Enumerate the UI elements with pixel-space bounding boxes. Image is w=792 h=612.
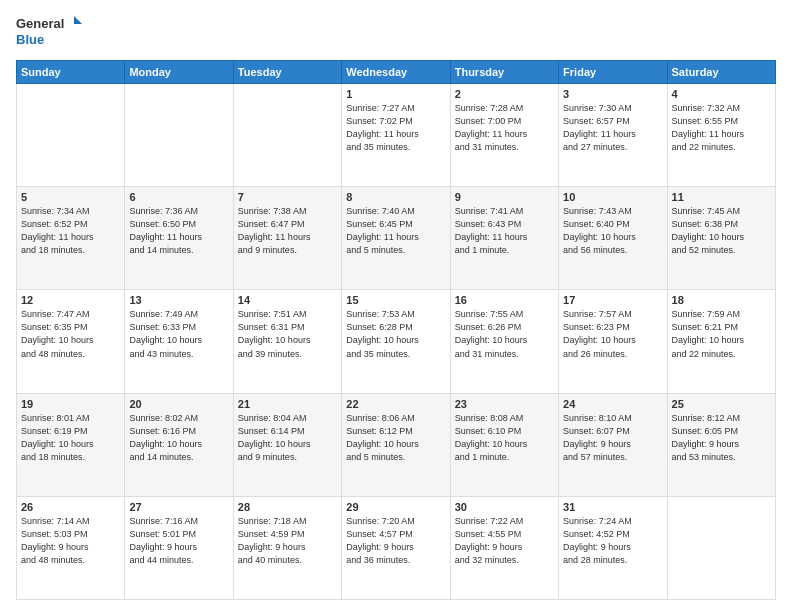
day-number: 29 [346,501,445,513]
day-cell: 12Sunrise: 7:47 AM Sunset: 6:35 PM Dayli… [17,290,125,393]
day-number: 25 [672,398,771,410]
page: General Blue SundayMondayTuesdayWednesda… [0,0,792,612]
day-cell: 28Sunrise: 7:18 AM Sunset: 4:59 PM Dayli… [233,496,341,599]
day-info: Sunrise: 8:06 AM Sunset: 6:12 PM Dayligh… [346,412,445,464]
weekday-header-friday: Friday [559,61,667,84]
day-cell: 31Sunrise: 7:24 AM Sunset: 4:52 PM Dayli… [559,496,667,599]
day-number: 12 [21,294,120,306]
day-cell: 2Sunrise: 7:28 AM Sunset: 7:00 PM Daylig… [450,84,558,187]
day-cell: 10Sunrise: 7:43 AM Sunset: 6:40 PM Dayli… [559,187,667,290]
day-number: 17 [563,294,662,306]
weekday-header-monday: Monday [125,61,233,84]
header: General Blue [16,12,776,52]
day-number: 1 [346,88,445,100]
weekday-header-tuesday: Tuesday [233,61,341,84]
day-number: 18 [672,294,771,306]
day-cell: 4Sunrise: 7:32 AM Sunset: 6:55 PM Daylig… [667,84,775,187]
day-cell [233,84,341,187]
week-row-5: 26Sunrise: 7:14 AM Sunset: 5:03 PM Dayli… [17,496,776,599]
svg-text:Blue: Blue [16,32,44,47]
day-number: 26 [21,501,120,513]
day-number: 11 [672,191,771,203]
day-info: Sunrise: 7:16 AM Sunset: 5:01 PM Dayligh… [129,515,228,567]
day-info: Sunrise: 8:10 AM Sunset: 6:07 PM Dayligh… [563,412,662,464]
day-info: Sunrise: 8:12 AM Sunset: 6:05 PM Dayligh… [672,412,771,464]
day-number: 23 [455,398,554,410]
day-info: Sunrise: 7:28 AM Sunset: 7:00 PM Dayligh… [455,102,554,154]
day-info: Sunrise: 7:47 AM Sunset: 6:35 PM Dayligh… [21,308,120,360]
svg-marker-1 [74,16,82,24]
day-info: Sunrise: 7:27 AM Sunset: 7:02 PM Dayligh… [346,102,445,154]
day-cell [125,84,233,187]
day-number: 10 [563,191,662,203]
day-info: Sunrise: 7:30 AM Sunset: 6:57 PM Dayligh… [563,102,662,154]
day-cell: 8Sunrise: 7:40 AM Sunset: 6:45 PM Daylig… [342,187,450,290]
day-info: Sunrise: 7:22 AM Sunset: 4:55 PM Dayligh… [455,515,554,567]
day-cell: 11Sunrise: 7:45 AM Sunset: 6:38 PM Dayli… [667,187,775,290]
day-cell: 18Sunrise: 7:59 AM Sunset: 6:21 PM Dayli… [667,290,775,393]
calendar-table: SundayMondayTuesdayWednesdayThursdayFrid… [16,60,776,600]
week-row-2: 5Sunrise: 7:34 AM Sunset: 6:52 PM Daylig… [17,187,776,290]
weekday-header-thursday: Thursday [450,61,558,84]
day-cell: 22Sunrise: 8:06 AM Sunset: 6:12 PM Dayli… [342,393,450,496]
day-info: Sunrise: 7:53 AM Sunset: 6:28 PM Dayligh… [346,308,445,360]
day-cell: 9Sunrise: 7:41 AM Sunset: 6:43 PM Daylig… [450,187,558,290]
day-number: 28 [238,501,337,513]
day-cell: 21Sunrise: 8:04 AM Sunset: 6:14 PM Dayli… [233,393,341,496]
weekday-header-row: SundayMondayTuesdayWednesdayThursdayFrid… [17,61,776,84]
day-cell: 1Sunrise: 7:27 AM Sunset: 7:02 PM Daylig… [342,84,450,187]
day-cell: 30Sunrise: 7:22 AM Sunset: 4:55 PM Dayli… [450,496,558,599]
svg-text:General: General [16,16,64,31]
day-info: Sunrise: 7:38 AM Sunset: 6:47 PM Dayligh… [238,205,337,257]
day-info: Sunrise: 7:57 AM Sunset: 6:23 PM Dayligh… [563,308,662,360]
day-number: 19 [21,398,120,410]
day-info: Sunrise: 8:02 AM Sunset: 6:16 PM Dayligh… [129,412,228,464]
day-number: 8 [346,191,445,203]
day-number: 6 [129,191,228,203]
day-info: Sunrise: 7:36 AM Sunset: 6:50 PM Dayligh… [129,205,228,257]
day-cell: 14Sunrise: 7:51 AM Sunset: 6:31 PM Dayli… [233,290,341,393]
day-info: Sunrise: 7:14 AM Sunset: 5:03 PM Dayligh… [21,515,120,567]
day-info: Sunrise: 8:08 AM Sunset: 6:10 PM Dayligh… [455,412,554,464]
day-cell: 5Sunrise: 7:34 AM Sunset: 6:52 PM Daylig… [17,187,125,290]
day-number: 16 [455,294,554,306]
day-cell: 17Sunrise: 7:57 AM Sunset: 6:23 PM Dayli… [559,290,667,393]
day-info: Sunrise: 7:20 AM Sunset: 4:57 PM Dayligh… [346,515,445,567]
day-cell [667,496,775,599]
day-info: Sunrise: 8:04 AM Sunset: 6:14 PM Dayligh… [238,412,337,464]
day-cell: 3Sunrise: 7:30 AM Sunset: 6:57 PM Daylig… [559,84,667,187]
day-cell: 15Sunrise: 7:53 AM Sunset: 6:28 PM Dayli… [342,290,450,393]
day-cell: 27Sunrise: 7:16 AM Sunset: 5:01 PM Dayli… [125,496,233,599]
day-info: Sunrise: 7:59 AM Sunset: 6:21 PM Dayligh… [672,308,771,360]
day-cell: 19Sunrise: 8:01 AM Sunset: 6:19 PM Dayli… [17,393,125,496]
day-number: 7 [238,191,337,203]
day-cell: 25Sunrise: 8:12 AM Sunset: 6:05 PM Dayli… [667,393,775,496]
week-row-4: 19Sunrise: 8:01 AM Sunset: 6:19 PM Dayli… [17,393,776,496]
day-cell: 29Sunrise: 7:20 AM Sunset: 4:57 PM Dayli… [342,496,450,599]
weekday-header-wednesday: Wednesday [342,61,450,84]
day-info: Sunrise: 7:34 AM Sunset: 6:52 PM Dayligh… [21,205,120,257]
day-number: 27 [129,501,228,513]
logo: General Blue [16,12,86,52]
day-cell: 24Sunrise: 8:10 AM Sunset: 6:07 PM Dayli… [559,393,667,496]
generalblue-logo: General Blue [16,12,86,52]
day-info: Sunrise: 7:18 AM Sunset: 4:59 PM Dayligh… [238,515,337,567]
day-number: 21 [238,398,337,410]
day-info: Sunrise: 7:49 AM Sunset: 6:33 PM Dayligh… [129,308,228,360]
day-number: 3 [563,88,662,100]
day-number: 31 [563,501,662,513]
day-cell: 6Sunrise: 7:36 AM Sunset: 6:50 PM Daylig… [125,187,233,290]
day-number: 4 [672,88,771,100]
day-info: Sunrise: 7:51 AM Sunset: 6:31 PM Dayligh… [238,308,337,360]
day-cell: 26Sunrise: 7:14 AM Sunset: 5:03 PM Dayli… [17,496,125,599]
week-row-3: 12Sunrise: 7:47 AM Sunset: 6:35 PM Dayli… [17,290,776,393]
day-number: 22 [346,398,445,410]
day-cell [17,84,125,187]
weekday-header-sunday: Sunday [17,61,125,84]
day-info: Sunrise: 8:01 AM Sunset: 6:19 PM Dayligh… [21,412,120,464]
day-number: 13 [129,294,228,306]
day-info: Sunrise: 7:40 AM Sunset: 6:45 PM Dayligh… [346,205,445,257]
weekday-header-saturday: Saturday [667,61,775,84]
day-info: Sunrise: 7:24 AM Sunset: 4:52 PM Dayligh… [563,515,662,567]
day-info: Sunrise: 7:55 AM Sunset: 6:26 PM Dayligh… [455,308,554,360]
